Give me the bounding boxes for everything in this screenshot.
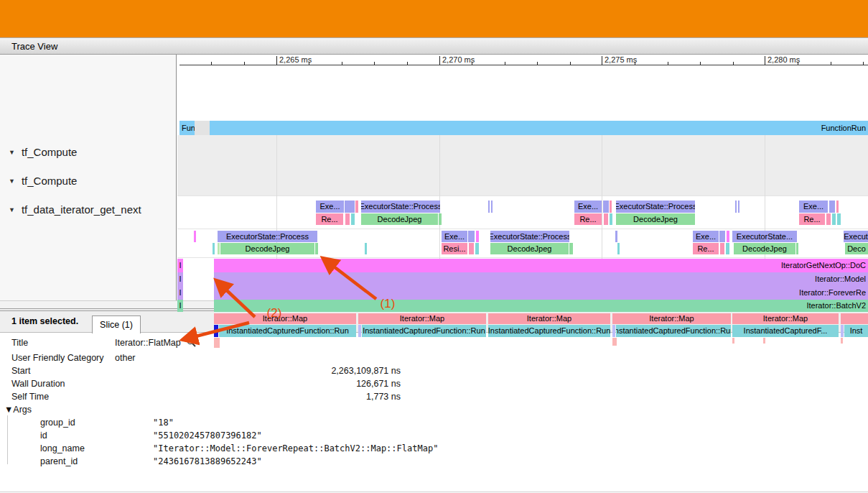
trace-slice[interactable]: I	[177, 259, 183, 272]
trace-slice[interactable]: Re...	[799, 213, 825, 225]
args-tree-guide	[7, 415, 8, 464]
trace-slice[interactable]: Fun	[179, 121, 195, 135]
trace-slice[interactable]	[488, 201, 490, 213]
trace-slice[interactable]	[358, 325, 361, 337]
trace-slice[interactable]	[439, 213, 442, 225]
trace-slice[interactable]: ExecutorState::Process	[218, 231, 317, 242]
trace-slice[interactable]	[315, 243, 318, 254]
trace-slice[interactable]: Exe...	[316, 201, 344, 213]
trace-slice[interactable]	[214, 338, 220, 348]
trace-slice[interactable]: DecodeJpeg	[616, 213, 695, 225]
trace-slice[interactable]	[726, 243, 729, 254]
sidebar-track-tf-data-iterator-get-next[interactable]: ▼tf_data_iterator_get_next	[9, 203, 141, 216]
trace-slice[interactable]: ExecutorState::Process	[361, 201, 440, 213]
trace-slice[interactable]: DecodeJpeg	[361, 213, 438, 225]
trace-slice[interactable]: DecodeJpeg	[734, 243, 795, 254]
trace-slice[interactable]: Execut	[844, 231, 868, 242]
trace-slice[interactable]	[738, 201, 739, 213]
trace-slice[interactable]: InstantiatedCapturedFunction::Run	[362, 325, 486, 337]
trace-slice[interactable]	[763, 338, 765, 344]
trace-slice[interactable]: ExecutorState...	[732, 231, 797, 242]
trace-slice[interactable]	[351, 213, 355, 225]
magnifier-icon[interactable]	[187, 338, 196, 349]
trace-slice[interactable]	[610, 201, 612, 213]
trace-slice[interactable]: Exe...	[693, 231, 719, 242]
trace-slice[interactable]: IteratorGetNextOp::DoC	[214, 259, 868, 272]
trace-slice[interactable]	[612, 325, 615, 337]
trace-slice[interactable]	[829, 201, 835, 213]
trace-slice[interactable]	[365, 243, 367, 254]
trace-slice[interactable]	[836, 201, 839, 213]
trace-slice[interactable]: Re...	[693, 243, 719, 254]
trace-slice[interactable]	[615, 231, 617, 242]
args-value: "5510202457807396182"	[153, 430, 262, 441]
trace-slice[interactable]: Exe...	[442, 231, 467, 242]
trace-slice[interactable]	[604, 213, 608, 225]
trace-slice[interactable]: DecodeJpeg	[220, 243, 314, 254]
trace-slice[interactable]: Iterator::Map	[358, 313, 486, 324]
trace-slice[interactable]	[468, 231, 475, 242]
trace-slice[interactable]: InstantiatedCapturedFunction::Run	[616, 325, 731, 337]
trace-slice[interactable]	[214, 325, 218, 337]
trace-slice[interactable]	[345, 213, 350, 225]
trace-slice[interactable]: Iterator::Model	[214, 272, 868, 286]
sidebar-track-tf-Compute[interactable]: ▼tf_Compute	[9, 175, 77, 187]
trace-slice[interactable]: Resi...	[442, 243, 467, 254]
trace-slice[interactable]: Deco	[845, 243, 868, 254]
trace-slice[interactable]	[194, 231, 196, 242]
trace-slice[interactable]: FunctionRun	[210, 121, 868, 135]
detail-label: Title	[11, 338, 28, 348]
trace-slice[interactable]	[735, 201, 737, 213]
trace-slice[interactable]	[732, 338, 734, 344]
trace-slice[interactable]: InstantiatedCapturedFunction::Run	[219, 325, 356, 337]
trace-slice[interactable]: DecodeJpeg	[490, 243, 569, 254]
trace-slice[interactable]: InstantiatedCapturedF...	[732, 325, 839, 337]
trace-slice[interactable]	[475, 243, 479, 254]
trace-slice[interactable]: ExecutorState::Process	[490, 231, 569, 242]
trace-slice[interactable]: Re...	[316, 213, 343, 225]
trace-slice[interactable]	[841, 313, 868, 324]
trace-slice[interactable]: Iterator::BatchV2	[214, 300, 868, 312]
sidebar-track-tf-Compute[interactable]: ▼tf_Compute	[9, 146, 77, 158]
trace-slice[interactable]	[610, 213, 612, 225]
trace-slice[interactable]	[569, 243, 573, 254]
trace-slice[interactable]	[720, 243, 724, 254]
panel-bottom-border	[0, 492, 868, 492]
args-section-toggle[interactable]: ▼Args	[4, 405, 32, 415]
trace-slice[interactable]: I	[177, 272, 183, 286]
trace-slice[interactable]: ExecutorState::Process	[616, 201, 695, 213]
trace-slice[interactable]	[727, 231, 729, 242]
trace-slice[interactable]	[213, 243, 215, 254]
trace-slice[interactable]: Iterator::Map	[214, 313, 356, 324]
trace-slice[interactable]: Inst	[844, 325, 868, 337]
trace-slice[interactable]	[837, 213, 841, 225]
trace-slice[interactable]	[796, 243, 798, 254]
trace-slice[interactable]	[719, 231, 725, 242]
trace-slice[interactable]: I	[177, 300, 183, 312]
tab-slice[interactable]: Slice (1)	[92, 315, 141, 333]
trace-slice[interactable]	[612, 338, 617, 346]
trace-slice[interactable]	[218, 243, 220, 254]
trace-slice[interactable]: I	[177, 286, 183, 300]
trace-slice[interactable]	[355, 201, 358, 213]
trace-slice[interactable]: Exe...	[574, 201, 602, 213]
trace-slice[interactable]: Re...	[574, 213, 602, 225]
trace-slice[interactable]	[617, 243, 620, 254]
trace-slice[interactable]	[826, 213, 831, 225]
ruler-tick-label: 2,265 ms	[279, 55, 312, 64]
trace-slice[interactable]: InstantiatedCapturedFunction::Run	[488, 325, 610, 337]
detail-label: Start	[11, 366, 30, 376]
trace-slice[interactable]: Iterator::Map	[612, 313, 731, 324]
trace-slice[interactable]	[841, 325, 844, 337]
trace-slice[interactable]	[603, 201, 609, 213]
trace-slice[interactable]	[491, 201, 493, 213]
trace-slice[interactable]	[832, 213, 836, 225]
trace-slice[interactable]	[476, 231, 479, 242]
trace-slice[interactable]: Iterator::ForeverRe	[214, 286, 868, 300]
trace-slice[interactable]: Iterator::Map	[488, 313, 610, 324]
trace-slice[interactable]: Exe...	[799, 201, 828, 213]
trace-slice[interactable]	[469, 243, 474, 254]
trace-slice[interactable]	[841, 338, 843, 344]
trace-slice[interactable]: Iterator::Map	[732, 313, 839, 324]
trace-slice[interactable]	[345, 201, 355, 213]
